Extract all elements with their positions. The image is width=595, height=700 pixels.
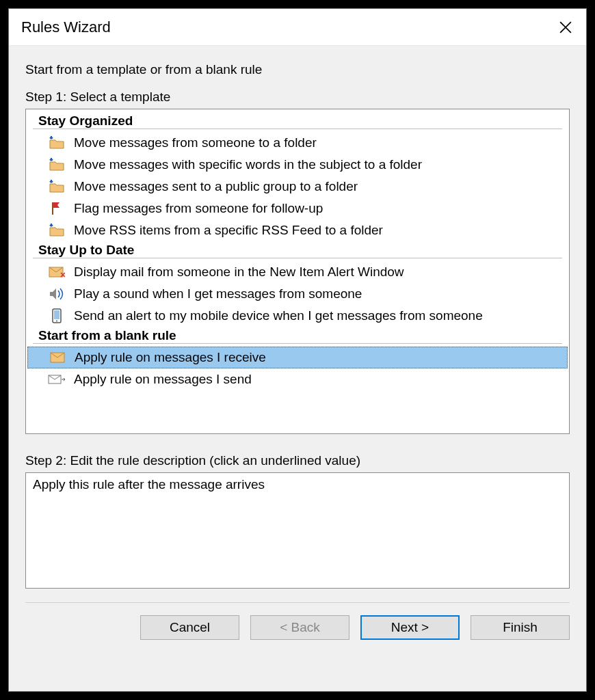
- template-item[interactable]: Send an alert to my mobile device when I…: [27, 305, 568, 327]
- template-label: Apply rule on messages I receive: [75, 350, 266, 365]
- template-item[interactable]: Move messages from someone to a folder: [27, 132, 568, 154]
- template-label: Move RSS items from a specific RSS Feed …: [74, 223, 383, 238]
- button-row: Cancel < Back Next > Finish: [25, 602, 570, 644]
- template-list[interactable]: Stay Organized Move messages from someon…: [25, 109, 570, 434]
- flag-icon: [47, 201, 67, 216]
- template-item[interactable]: Move messages sent to a public group to …: [27, 176, 568, 198]
- instruction-text: Start from a template or from a blank ru…: [25, 62, 570, 77]
- svg-rect-2: [54, 310, 60, 319]
- template-label: Move messages with specific words in the…: [74, 157, 422, 172]
- titlebar: Rules Wizard: [9, 9, 586, 46]
- rules-wizard-dialog: Rules Wizard Start from a template or fr…: [8, 8, 587, 692]
- close-icon: [559, 21, 572, 33]
- template-label: Send an alert to my mobile device when I…: [74, 308, 483, 323]
- template-label: Move messages sent to a public group to …: [74, 179, 358, 194]
- template-item-send[interactable]: Apply rule on messages I send: [27, 368, 568, 390]
- svg-point-3: [56, 321, 57, 322]
- window-title: Rules Wizard: [21, 18, 545, 36]
- rule-description-box[interactable]: Apply this rule after the message arrive…: [25, 472, 570, 589]
- next-button[interactable]: Next >: [360, 615, 460, 640]
- template-item[interactable]: Move messages with specific words in the…: [27, 154, 568, 176]
- step1-label: Step 1: Select a template: [25, 90, 570, 105]
- cancel-button[interactable]: Cancel: [140, 615, 239, 640]
- template-label: Flag messages from someone for follow-up: [74, 201, 323, 216]
- template-item-receive[interactable]: Apply rule on messages I receive: [27, 347, 568, 368]
- folder-move-icon: [47, 180, 67, 193]
- dialog-content: Start from a template or from a blank ru…: [9, 46, 586, 691]
- group-header-stay-up-to-date: Stay Up to Date: [33, 241, 562, 258]
- template-item[interactable]: Move RSS items from a specific RSS Feed …: [27, 219, 568, 241]
- group-header-stay-organized: Stay Organized: [33, 112, 562, 129]
- mobile-icon: [47, 308, 67, 323]
- folder-move-icon: [47, 158, 67, 172]
- finish-button[interactable]: Finish: [471, 615, 570, 640]
- folder-move-icon: [47, 224, 67, 237]
- envelope-out-icon: [47, 374, 67, 385]
- rule-description-text: Apply this rule after the message arrive…: [33, 477, 265, 492]
- template-label: Move messages from someone to a folder: [74, 135, 317, 150]
- envelope-in-icon: [47, 352, 68, 363]
- group-header-blank-rule: Start from a blank rule: [33, 327, 562, 344]
- folder-move-icon: [47, 136, 67, 150]
- template-label: Play a sound when I get messages from so…: [74, 286, 362, 301]
- close-button[interactable]: [545, 9, 586, 46]
- template-label: Apply rule on messages I send: [74, 372, 252, 387]
- template-label: Display mail from someone in the New Ite…: [74, 265, 404, 280]
- back-button[interactable]: < Back: [250, 615, 349, 640]
- sound-icon: [47, 287, 67, 301]
- template-item[interactable]: Flag messages from someone for follow-up: [27, 198, 568, 219]
- template-item[interactable]: Display mail from someone in the New Ite…: [27, 261, 568, 283]
- step2-label: Step 2: Edit the rule description (click…: [25, 453, 570, 468]
- mail-alert-icon: [47, 266, 67, 278]
- template-item[interactable]: Play a sound when I get messages from so…: [27, 283, 568, 305]
